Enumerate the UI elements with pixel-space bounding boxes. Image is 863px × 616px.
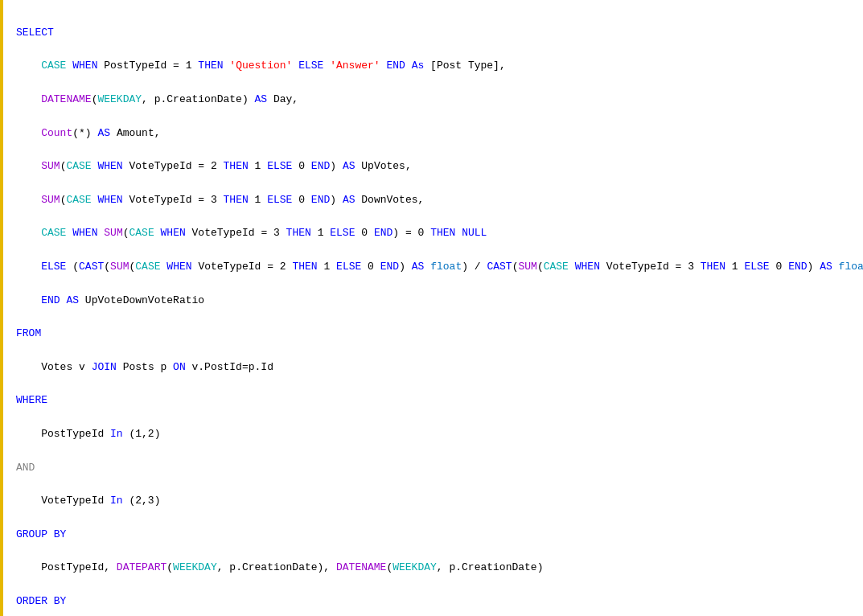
- code-block: SELECT CASE WHEN PostTypeId = 1 THEN 'Qu…: [0, 8, 863, 616]
- editor-margin-bar: [0, 0, 3, 616]
- sql-editor: SELECT CASE WHEN PostTypeId = 1 THEN 'Qu…: [0, 0, 863, 616]
